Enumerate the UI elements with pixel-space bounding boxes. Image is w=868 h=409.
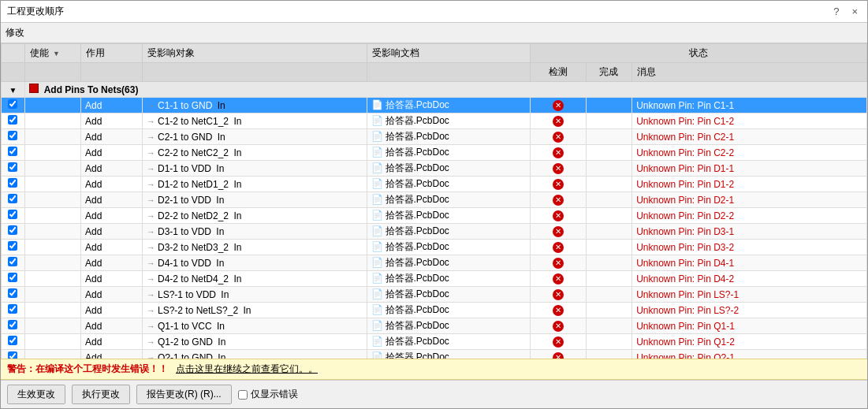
net-arrow-icon: →	[147, 164, 155, 173]
help-button[interactable]: ?	[830, 6, 842, 17]
row-message-cell: Unknown Pin: Pin C1-1	[632, 98, 867, 113]
direction-badge: In	[233, 210, 241, 221]
table-container[interactable]: 使能 ▼ 作用 受影响对象 受影响文档 状态	[1, 43, 867, 359]
row-affect-doc-cell: 📄拾答器.PcbDoc	[367, 318, 530, 334]
row-checkbox[interactable]	[8, 273, 17, 282]
row-detect-cell: ✕	[530, 303, 586, 318]
row-checkbox-cell	[2, 240, 25, 255]
doc-icon: 📄	[371, 241, 383, 252]
row-affect-doc-cell: 📄拾答器.PcbDoc	[367, 334, 530, 350]
row-affect-obj-cell: → D3-2 to NetD3_2 In	[142, 240, 367, 255]
table-header-row: 使能 ▼ 作用 受影响对象 受影响文档 状态	[2, 44, 867, 63]
row-complete-cell	[586, 208, 631, 224]
row-message-cell: Unknown Pin: Pin D1-1	[632, 161, 867, 177]
row-message-cell: Unknown Pin: Pin D3-2	[632, 240, 867, 255]
row-checkbox[interactable]	[8, 257, 17, 266]
row-use-cell	[24, 192, 80, 208]
net-arrow-icon: →	[147, 132, 155, 142]
error-icon: ✕	[553, 116, 564, 127]
row-complete-cell	[586, 255, 631, 271]
row-message-cell: Unknown Pin: Pin D2-1	[632, 192, 867, 208]
toolbar-label: 修改	[6, 26, 24, 39]
row-detect-cell: ✕	[530, 224, 586, 240]
row-use-cell	[24, 271, 80, 287]
table-row: Add→ C1-2 to NetC1_2 In📄拾答器.PcbDoc✕Unkno…	[2, 113, 867, 129]
doc-icon: 📄	[371, 273, 383, 284]
row-checkbox[interactable]	[8, 210, 17, 219]
row-use-cell	[24, 334, 80, 350]
row-checkbox[interactable]	[8, 288, 17, 298]
apply-changes-button[interactable]: 生效更改	[7, 385, 65, 404]
row-use-cell	[24, 98, 80, 113]
row-affect-obj-cell: → D2-1 to VDD In	[142, 192, 367, 208]
row-affect-doc-cell: 📄拾答器.PcbDoc	[367, 224, 530, 240]
row-affect-doc-cell: 📄拾答器.PcbDoc	[367, 350, 530, 359]
net-arrow-icon: →	[147, 243, 155, 252]
group-expand-icon[interactable]: ▼	[2, 82, 25, 98]
direction-badge: In	[218, 352, 225, 359]
row-checkbox[interactable]	[8, 241, 17, 251]
group-row: ▼ Add Pins To Nets(63)	[2, 82, 867, 98]
row-complete-cell	[586, 350, 631, 359]
row-affect-obj-cell: → C1-2 to NetC1_2 In	[142, 113, 367, 129]
row-checkbox[interactable]	[8, 304, 17, 314]
row-complete-cell	[586, 318, 631, 334]
row-checkbox-cell	[2, 350, 25, 359]
direction-badge: In	[233, 179, 241, 190]
col-header-complete: 完成	[586, 63, 631, 82]
row-affect-obj-cell: → LS?-2 to NetLS?_2 In	[142, 303, 367, 318]
row-action-cell: Add	[80, 350, 142, 359]
row-complete-cell	[586, 177, 631, 192]
direction-badge: In	[218, 132, 225, 143]
row-action-cell: Add	[80, 145, 142, 161]
net-arrow-icon: →	[147, 148, 155, 158]
doc-icon: 📄	[371, 288, 383, 299]
row-complete-cell	[586, 240, 631, 255]
net-arrow-icon: →	[147, 306, 155, 315]
table-row: Add→ Q?-1 to GND In📄拾答器.PcbDoc✕Unknown P…	[2, 350, 867, 359]
row-affect-obj-cell: → LS?-1 to VDD In	[142, 287, 367, 303]
row-action-cell: Add	[80, 113, 142, 129]
row-checkbox-cell	[2, 318, 25, 334]
net-arrow-icon: →	[147, 322, 155, 331]
table-row: Add→ D4-1 to VDD In📄拾答器.PcbDoc✕Unknown P…	[2, 255, 867, 271]
error-icon: ✕	[553, 258, 564, 269]
only-errors-checkbox[interactable]	[238, 390, 248, 400]
row-checkbox[interactable]	[8, 320, 17, 329]
sub-col-action	[80, 63, 142, 82]
row-message-cell: Unknown Pin: Pin C2-2	[632, 145, 867, 161]
net-arrow-icon: →	[147, 274, 155, 284]
row-detect-cell: ✕	[530, 113, 586, 129]
row-checkbox[interactable]	[8, 225, 17, 235]
table-row: Add→ D3-1 to VDD In📄拾答器.PcbDoc✕Unknown P…	[2, 224, 867, 240]
row-affect-doc-cell: 📄拾答器.PcbDoc	[367, 303, 530, 318]
row-checkbox[interactable]	[8, 194, 17, 203]
row-affect-doc-cell: 📄拾答器.PcbDoc	[367, 271, 530, 287]
row-checkbox[interactable]	[8, 162, 17, 172]
row-checkbox[interactable]	[8, 131, 17, 140]
row-checkbox[interactable]	[8, 178, 17, 188]
only-errors-label[interactable]: 仅显示错误	[238, 388, 298, 401]
net-arrow-icon: →	[147, 195, 155, 205]
row-checkbox[interactable]	[8, 115, 17, 125]
row-checkbox[interactable]	[8, 147, 17, 156]
error-icon: ✕	[553, 147, 564, 158]
row-detect-cell: ✕	[530, 208, 586, 224]
main-window: 工程更改顺序 ? × 修改 使能 ▼ 作用	[0, 0, 868, 409]
row-action-cell: Add	[80, 98, 142, 113]
net-arrow-icon: →	[147, 290, 155, 299]
row-message-cell: Unknown Pin: Pin D2-2	[632, 208, 867, 224]
warning-hint[interactable]: 点击这里在继续之前查看它们。。	[176, 363, 318, 376]
col-header-message: 消息	[632, 63, 867, 82]
row-checkbox-cell	[2, 271, 25, 287]
direction-badge: In	[233, 116, 241, 127]
row-checkbox[interactable]	[8, 351, 17, 359]
close-button[interactable]: ×	[848, 6, 861, 17]
row-complete-cell	[586, 161, 631, 177]
report-changes-button[interactable]: 报告更改(R) (R)...	[136, 385, 232, 404]
error-icon: ✕	[553, 352, 564, 359]
execute-changes-button[interactable]: 执行更改	[72, 385, 130, 404]
row-checkbox[interactable]	[8, 99, 17, 109]
row-checkbox[interactable]	[8, 336, 17, 345]
row-checkbox-cell	[2, 129, 25, 145]
